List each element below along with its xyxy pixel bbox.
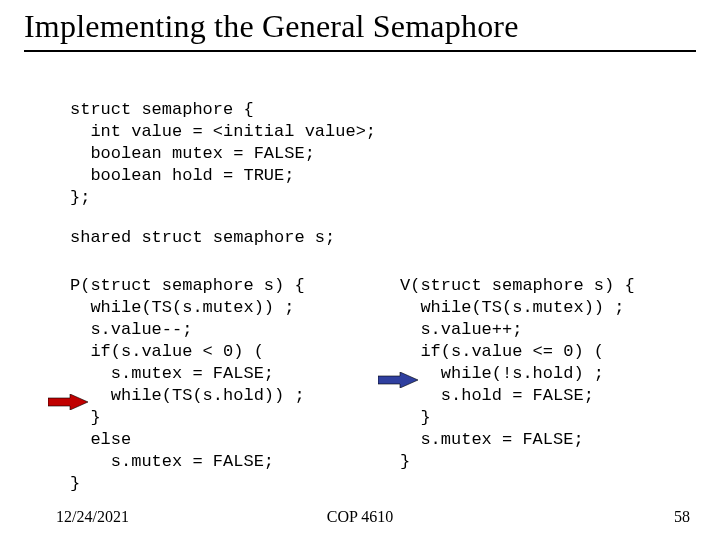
title-underline <box>24 50 696 52</box>
code-p-function: P(struct semaphore s) { while(TS(s.mutex… <box>70 275 305 495</box>
slide: Implementing the General Semaphore struc… <box>0 0 720 540</box>
code-struct-def: struct semaphore { int value = <initial … <box>70 99 376 209</box>
footer-course: COP 4610 <box>0 508 720 526</box>
svg-marker-1 <box>378 372 418 388</box>
code-shared-decl: shared struct semaphore s; <box>70 227 335 249</box>
svg-marker-0 <box>48 394 88 410</box>
code-v-function: V(struct semaphore s) { while(TS(s.mutex… <box>400 275 635 473</box>
footer-page: 58 <box>674 508 690 526</box>
slide-title: Implementing the General Semaphore <box>24 8 519 45</box>
arrow-red-icon <box>48 394 88 410</box>
arrow-blue-icon <box>378 372 418 388</box>
